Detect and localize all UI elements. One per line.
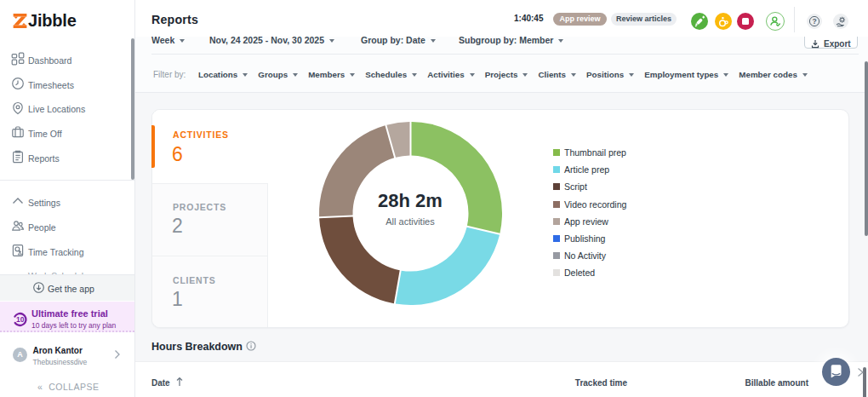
svg-text:?: ?: [812, 17, 816, 26]
svg-text:10: 10: [16, 315, 25, 324]
